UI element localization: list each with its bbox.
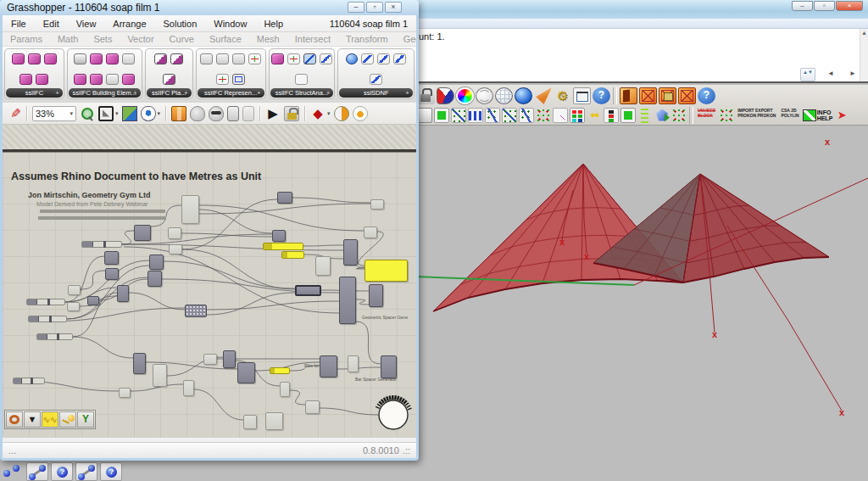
panel-label[interactable]: ssiIFC Pla...+ [147, 88, 192, 98]
gh-component[interactable] [369, 284, 383, 307]
gem-icon[interactable] [654, 108, 670, 123]
gh-component[interactable] [305, 400, 320, 414]
panel-expand-button[interactable]: + [55, 88, 59, 98]
help-icon[interactable]: ? [698, 87, 715, 104]
dots-icon[interactable] [502, 108, 517, 123]
lock-icon[interactable] [417, 87, 435, 104]
spheres-icon[interactable] [2, 462, 24, 481]
strut-icon[interactable] [26, 462, 48, 481]
mesh-icon[interactable] [678, 87, 696, 104]
gh-component[interactable] [117, 285, 129, 302]
ring-icon[interactable] [6, 411, 23, 428]
tab-math[interactable]: Math [50, 34, 86, 44]
panel-label[interactable]: ssiIFC Represen...+ [198, 88, 264, 98]
gh-component[interactable] [339, 277, 356, 324]
menu-view[interactable]: View [68, 19, 105, 29]
doc-icon[interactable] [170, 53, 183, 64]
gh-component[interactable] [343, 239, 358, 266]
gh-component[interactable] [168, 227, 181, 239]
door-icon[interactable] [620, 87, 637, 104]
zoom-extents-icon[interactable] [98, 106, 114, 121]
rhino-arrow-left[interactable]: ◄ [827, 70, 834, 77]
cone-icon[interactable] [534, 87, 552, 104]
sphere-g-icon[interactable] [495, 87, 513, 104]
scat-icon[interactable] [536, 108, 551, 123]
display-mode-icon[interactable] [334, 106, 349, 121]
gh-slider[interactable] [13, 378, 45, 384]
help-icon[interactable]: ? [593, 87, 610, 104]
preview-eye-icon[interactable] [141, 106, 156, 121]
strut-icon[interactable] [370, 74, 382, 85]
gh-component[interactable] [223, 350, 236, 368]
colorwheel-icon[interactable] [456, 87, 474, 104]
sphere-b-icon[interactable] [515, 87, 532, 104]
rhino-minimize-button[interactable]: – [792, 1, 813, 11]
gh-component[interactable] [87, 296, 99, 305]
tab-transform[interactable]: Transform [338, 34, 396, 44]
gh-slider[interactable] [81, 241, 122, 248]
tab-vector[interactable]: Vector [120, 34, 161, 44]
blob-icon[interactable] [44, 53, 57, 64]
preview-selected-icon[interactable] [227, 106, 239, 121]
egg-icon[interactable] [353, 106, 368, 121]
tab-intersect[interactable]: Intersect [287, 34, 338, 44]
gh-component[interactable] [272, 230, 286, 242]
tab-mesh[interactable]: Mesh [249, 34, 287, 44]
gh-component[interactable] [243, 415, 257, 429]
bulbs-icon[interactable]: ●● [587, 108, 602, 123]
gray-icon[interactable] [106, 74, 119, 85]
green-icon[interactable] [434, 108, 449, 123]
gh-slider[interactable] [270, 367, 290, 374]
gh-maximize-button[interactable]: ▫ [366, 2, 383, 13]
dim-icon[interactable] [573, 87, 591, 104]
preview-shaded-icon[interactable] [209, 106, 224, 121]
ared-icon[interactable]: ➤ [834, 108, 849, 123]
anchor-point-marker[interactable]: x [825, 137, 831, 147]
tab-geomgym[interactable]: GeomGym [396, 34, 416, 44]
bars-icon[interactable] [468, 108, 483, 123]
badge-csa-label[interactable]: CSA 2DPOLYLIN [779, 108, 800, 123]
blob-icon[interactable] [122, 74, 135, 85]
gh-close-button[interactable]: × [385, 2, 402, 13]
gh-component[interactable] [295, 285, 321, 296]
blob-icon[interactable] [106, 53, 119, 64]
gh-component[interactable] [203, 354, 217, 365]
gray-icon[interactable] [122, 53, 135, 64]
solver-play-icon[interactable]: ▶ [265, 106, 281, 121]
gh-component[interactable] [320, 355, 337, 378]
comet-icon[interactable] [59, 411, 76, 428]
tab-curve[interactable]: Curve [162, 34, 202, 44]
preview-off-icon[interactable] [190, 106, 205, 121]
xyz-icon[interactable] [295, 74, 308, 85]
rhino-close-button[interactable]: × [836, 1, 863, 11]
squiggle-icon[interactable]: ∿∿ [42, 411, 58, 428]
resize-grip[interactable]: .:: [403, 445, 410, 456]
gh-slider[interactable] [263, 243, 303, 250]
scat-icon[interactable] [671, 108, 687, 123]
gh-component[interactable] [183, 380, 194, 396]
gh-slider[interactable] [28, 316, 67, 322]
panel-label[interactable]: ssiIFC StructAna...+ [270, 88, 334, 98]
gh-component[interactable] [364, 227, 377, 238]
zig-icon[interactable] [485, 108, 500, 123]
navigation-map-icon[interactable] [122, 106, 137, 121]
dash-icon[interactable] [637, 108, 653, 123]
mesh-icon[interactable] [639, 87, 657, 104]
anchor-point-marker[interactable]: x [584, 251, 590, 261]
menu-help[interactable]: Help [255, 19, 292, 29]
mesh-lock-icon[interactable] [659, 87, 676, 104]
strut-icon[interactable] [320, 53, 332, 64]
gh-component[interactable] [153, 364, 167, 387]
gh-component[interactable] [381, 355, 397, 378]
gray-icon[interactable] [216, 53, 229, 64]
scat-icon[interactable] [719, 108, 734, 123]
axis-icon[interactable] [248, 53, 261, 64]
strut-icon-2[interactable] [75, 462, 97, 481]
anchor-point-marker[interactable]: x [712, 329, 718, 339]
tab-params[interactable]: Params [3, 34, 50, 44]
ball-icon[interactable] [346, 53, 358, 64]
drop-arrow-icon[interactable]: ▼ [24, 411, 41, 428]
panel-expand-button[interactable]: + [133, 88, 137, 98]
sprout-icon[interactable]: Y [77, 411, 94, 428]
gh-component[interactable] [147, 271, 162, 287]
